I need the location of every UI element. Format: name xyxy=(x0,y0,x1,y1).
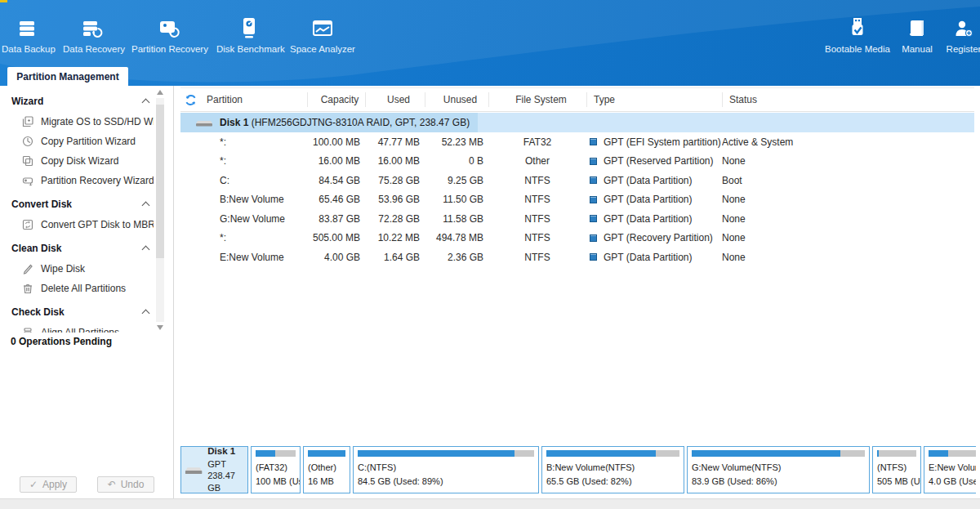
block-size: 4.0 GB (Used: 41%) xyxy=(929,475,976,489)
disk-map-block-fat32[interactable]: (FAT32) 100 MB (Used: 48%) xyxy=(251,446,301,493)
disk-map-block-other[interactable]: (Other) 16 MB xyxy=(303,446,350,493)
disk-1-row[interactable]: Disk 1 (HFM256GDJTNG-8310A RAID, GPT, 23… xyxy=(180,113,974,132)
toolbar-manual[interactable]: Manual xyxy=(897,11,938,54)
section-header-wizard[interactable]: Wizard xyxy=(0,87,154,112)
column-header-status[interactable]: Status xyxy=(722,92,974,107)
delete-all-partitions-icon xyxy=(22,283,33,294)
toolbar-bootable-media[interactable]: Bootable Media xyxy=(823,11,892,54)
toolbar-data-recovery[interactable]: Data Recovery xyxy=(63,11,122,54)
undo-button[interactable]: ↶ Undo xyxy=(97,476,154,493)
wipe-disk-icon xyxy=(22,263,33,275)
scroll-down-arrow-icon[interactable] xyxy=(157,325,163,330)
apply-button-label: Apply xyxy=(42,479,67,490)
sidebar-item-label: Align All Partitions xyxy=(41,327,119,333)
disk-map-block-c[interactable]: C:(NTFS) 84.5 GB (Used: 89%) xyxy=(353,446,539,493)
type-cell: GPT (Recovery Partition) xyxy=(586,232,722,243)
sidebar-item-convert-gpt-to-mbr[interactable]: Convert GPT Disk to MBR Disk xyxy=(0,215,154,234)
toolbar-label: Partition Recovery xyxy=(131,44,207,54)
convert-disk-icon xyxy=(22,219,33,230)
section-header-clean-disk[interactable]: Clean Disk xyxy=(0,234,154,259)
column-header-file-system[interactable]: File System xyxy=(488,92,586,107)
partition-table-area: Partition Capacity Used Unused File Syst… xyxy=(174,86,980,498)
toolbar-label: Data Backup xyxy=(2,44,52,54)
space-analyzer-icon xyxy=(290,11,355,39)
sidebar-item-partition-recovery-wizard[interactable]: Partition Recovery Wizard xyxy=(0,171,154,190)
capacity-cell: 84.54 GB xyxy=(307,175,365,186)
unused-cell: 494.78 MB xyxy=(425,232,488,243)
tab-partition-management[interactable]: Partition Management xyxy=(7,67,128,86)
toolbar-register[interactable]: Register xyxy=(943,11,980,54)
partition-type-icon xyxy=(590,215,597,222)
chevron-up-icon xyxy=(142,246,150,254)
sidebar-item-copy-disk-wizard[interactable]: Copy Disk Wizard xyxy=(0,151,154,171)
disk-benchmark-icon xyxy=(216,11,282,39)
app-window: Data Backup Data Recovery xyxy=(0,0,980,509)
column-header-partition[interactable]: Partition xyxy=(200,92,307,107)
toolbar-space-analyzer[interactable]: Space Analyzer xyxy=(290,11,355,54)
unused-cell: 9.25 GB xyxy=(425,175,488,186)
toolbar-partition-recovery[interactable]: Partition Recovery xyxy=(131,11,207,54)
scroll-up-arrow-icon[interactable] xyxy=(157,90,163,95)
type-cell: GPT (Reserved Partition) xyxy=(586,155,722,167)
capacity-cell: 505.00 MB xyxy=(307,232,365,243)
disk-map-block-e[interactable]: E:New Volume(NTFS) 4.0 GB (Used: 41%) xyxy=(924,446,976,493)
unused-cell: 0 B xyxy=(425,155,488,167)
unused-cell: 11.58 GB xyxy=(425,213,488,225)
toolbar-label: Disk Benchmark xyxy=(216,44,282,54)
disk-map-block-b[interactable]: B:New Volume(NTFS) 65.5 GB (Used: 82%) xyxy=(541,446,684,493)
section-header-check-disk[interactable]: Check Disk xyxy=(0,298,154,323)
bootable-media-icon xyxy=(823,11,892,39)
toolbar-label: Space Analyzer xyxy=(290,44,355,54)
status-cell: None xyxy=(722,213,974,225)
block-label: (Other) xyxy=(308,461,345,475)
toolbar-items: Data Backup Data Recovery xyxy=(0,11,980,60)
disk-map-disk-size: 238.47 GB xyxy=(207,470,247,493)
sidebar-item-delete-all-partitions[interactable]: Delete All Partitions xyxy=(0,279,154,298)
block-label: (FAT32) xyxy=(256,461,296,475)
filesystem-cell: FAT32 xyxy=(488,136,586,148)
chevron-up-icon xyxy=(142,202,150,210)
table-row[interactable]: C: 84.54 GB 75.28 GB 9.25 GB NTFS GPT (D… xyxy=(180,171,974,190)
partition-cell: B:New Volume xyxy=(200,194,307,205)
sidebar-scrollbar[interactable] xyxy=(155,88,165,332)
sidebar-item-align-all-partitions[interactable]: Align All Partitions xyxy=(0,323,154,333)
block-label: G:New Volume(NTFS) xyxy=(692,461,865,475)
column-header-capacity[interactable]: Capacity xyxy=(307,92,365,107)
table-row[interactable]: B:New Volume 65.46 GB 53.96 GB 11.50 GB … xyxy=(180,190,974,210)
toolbar-data-backup[interactable]: Data Backup xyxy=(2,11,52,54)
table-row[interactable]: E:New Volume 4.00 GB 1.64 GB 2.36 GB NTF… xyxy=(180,248,974,267)
block-size: 84.5 GB (Used: 89%) xyxy=(358,475,534,489)
partition-type-icon xyxy=(590,176,597,184)
disk-map-disk-info[interactable]: Disk 1 GPT 238.47 GB xyxy=(180,446,248,493)
refresh-button[interactable] xyxy=(180,94,200,106)
block-label: C:(NTFS) xyxy=(358,461,534,475)
table-row[interactable]: *: 505.00 MB 10.22 MB 494.78 MB NTFS GPT… xyxy=(180,229,974,248)
column-header-used[interactable]: Used xyxy=(365,92,425,107)
capacity-cell: 83.87 GB xyxy=(307,213,365,225)
block-label: E:New Volume(NTFS) xyxy=(929,461,976,475)
column-header-type[interactable]: Type xyxy=(586,92,722,107)
block-size: 65.5 GB (Used: 82%) xyxy=(546,475,679,489)
table-row[interactable]: *: 16.00 MB 16.00 MB 0 B Other GPT (Rese… xyxy=(180,152,974,172)
status-cell: Active & System xyxy=(722,136,974,148)
disk-map-block-ntfs-recovery[interactable]: (NTFS) 505 MB (Used: 2%) xyxy=(872,446,921,493)
block-size: 16 MB xyxy=(308,475,345,489)
partition-type-icon xyxy=(590,158,597,165)
column-header-unused[interactable]: Unused xyxy=(425,92,488,107)
table-row[interactable]: G:New Volume 83.87 GB 72.28 GB 11.58 GB … xyxy=(180,209,974,229)
type-cell: GPT (Data Partition) xyxy=(586,175,722,186)
sidebar-item-wipe-disk[interactable]: Wipe Disk xyxy=(0,259,154,279)
section-title: Check Disk xyxy=(11,306,65,318)
undo-button-label: Undo xyxy=(121,479,145,490)
toolbar-disk-benchmark[interactable]: Disk Benchmark xyxy=(216,11,282,54)
sidebar: Wizard Migrate OS to SSD/HD Wizard Copy … xyxy=(0,86,174,498)
apply-button[interactable]: ✓ Apply xyxy=(20,476,77,493)
table-row[interactable]: *: 100.00 MB 47.77 MB 52.23 MB FAT32 GPT… xyxy=(180,132,974,152)
disk-map-block-g[interactable]: G:New Volume(NTFS) 83.9 GB (Used: 86%) xyxy=(687,446,870,493)
sidebar-item-migrate-os[interactable]: Migrate OS to SSD/HD Wizard xyxy=(0,112,154,132)
usage-bar xyxy=(308,450,345,457)
scrollbar-thumb[interactable] xyxy=(156,105,164,258)
section-title: Clean Disk xyxy=(11,243,61,254)
section-header-convert-disk[interactable]: Convert Disk xyxy=(0,190,154,215)
sidebar-item-copy-partition-wizard[interactable]: Copy Partition Wizard xyxy=(0,132,154,151)
